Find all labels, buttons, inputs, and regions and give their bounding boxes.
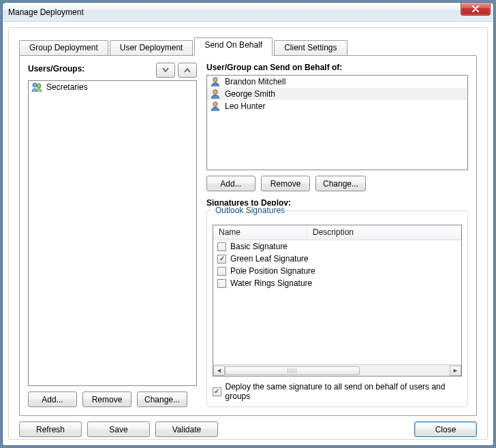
list-item-label: Secretaries bbox=[46, 82, 88, 92]
sob-button-row: Add... Remove Change... bbox=[206, 176, 468, 191]
sob-title: User/Group can Send on Behalf of: bbox=[206, 63, 468, 72]
list-item[interactable]: George Smith bbox=[207, 88, 467, 100]
button-label: Change... bbox=[323, 179, 358, 189]
horizontal-scrollbar[interactable]: ◄ ► bbox=[213, 364, 461, 376]
sob-add-button[interactable]: Add... bbox=[206, 176, 255, 191]
svg-point-4 bbox=[213, 102, 217, 106]
refresh-button[interactable]: Refresh bbox=[19, 421, 82, 437]
button-label: Change... bbox=[144, 395, 180, 404]
tab-strip: Group Deployment User Deployment Send On… bbox=[19, 37, 477, 55]
column-description[interactable]: Description bbox=[307, 225, 461, 240]
deploy-same-label: Deploy the same signature to all send on… bbox=[226, 382, 462, 401]
close-icon bbox=[471, 5, 480, 12]
tab-send-on-behalf[interactable]: Send On Behalf bbox=[194, 37, 273, 55]
button-label: Remove bbox=[270, 179, 301, 189]
left-header: Users/Groups: bbox=[28, 63, 197, 78]
scroll-right-button[interactable]: ► bbox=[450, 366, 461, 376]
users-groups-list[interactable]: Secretaries bbox=[28, 80, 197, 386]
row-checkbox[interactable] bbox=[217, 242, 226, 251]
close-button[interactable]: Close bbox=[414, 421, 477, 437]
row-checkbox[interactable] bbox=[217, 255, 226, 263]
scroll-thumb[interactable] bbox=[225, 366, 360, 375]
list-item-label: George Smith bbox=[225, 89, 275, 99]
outlook-signatures-group: Outlook Signatures Name Description Basi… bbox=[206, 210, 468, 407]
left-button-row: Add... Remove Change... bbox=[28, 391, 197, 407]
deploy-same-row: Deploy the same signature to all send on… bbox=[213, 382, 462, 401]
table-body[interactable]: Basic SignatureGreen Leaf SignaturePole … bbox=[213, 240, 461, 364]
save-button[interactable]: Save bbox=[87, 421, 150, 437]
window: Manage Deployment Group Deployment User … bbox=[2, 2, 494, 446]
bottom-bar: Refresh Save Validate Close bbox=[19, 421, 477, 437]
row-checkbox[interactable] bbox=[217, 279, 226, 288]
row-checkbox[interactable] bbox=[217, 267, 226, 276]
tab-page: Users/Groups: Secretaries Add... Remove … bbox=[19, 55, 477, 416]
button-label: Refresh bbox=[36, 425, 65, 434]
move-up-button[interactable] bbox=[178, 63, 197, 78]
chevron-down-icon bbox=[162, 67, 169, 73]
list-item[interactable]: Brandon Mitchell bbox=[207, 76, 467, 88]
chevron-up-icon bbox=[184, 67, 191, 73]
left-column: Users/Groups: Secretaries Add... Remove … bbox=[28, 63, 197, 407]
user-icon bbox=[210, 101, 221, 112]
svg-point-2 bbox=[213, 78, 217, 82]
signatures-table: Name Description Basic SignatureGreen Le… bbox=[213, 225, 462, 377]
left-add-button[interactable]: Add... bbox=[28, 391, 77, 407]
list-item[interactable]: Secretaries bbox=[29, 81, 196, 93]
sob-change-button[interactable]: Change... bbox=[315, 176, 366, 191]
send-on-behalf-list[interactable]: Brandon MitchellGeorge SmithLeo Hunter bbox=[206, 75, 468, 170]
svg-point-0 bbox=[33, 83, 37, 87]
button-label: Save bbox=[109, 425, 127, 434]
reorder-buttons bbox=[156, 63, 197, 78]
tab-group-deployment[interactable]: Group Deployment bbox=[19, 40, 108, 56]
table-row[interactable]: Water Rings Signature bbox=[213, 277, 461, 289]
row-name: Green Leaf Signature bbox=[230, 254, 309, 263]
tab-client-settings[interactable]: Client Settings bbox=[274, 40, 347, 56]
svg-point-3 bbox=[213, 90, 217, 94]
tab-label: User Deployment bbox=[120, 43, 183, 52]
validate-button[interactable]: Validate bbox=[155, 421, 218, 437]
row-name: Basic Signature bbox=[230, 242, 288, 251]
table-row[interactable]: Basic Signature bbox=[213, 240, 461, 253]
button-label: Add... bbox=[42, 395, 63, 404]
row-name: Water Rings Signature bbox=[230, 278, 312, 288]
row-name: Pole Position Signature bbox=[230, 266, 315, 276]
window-title: Manage Deployment bbox=[8, 7, 84, 17]
tab-label: Client Settings bbox=[284, 43, 337, 52]
right-column: User/Group can Send on Behalf of: Brando… bbox=[206, 63, 468, 407]
group-icon bbox=[31, 82, 42, 93]
move-down-button[interactable] bbox=[156, 63, 175, 78]
groupbox-legend: Outlook Signatures bbox=[213, 206, 288, 215]
button-label: Close bbox=[435, 425, 456, 434]
tab-label: Group Deployment bbox=[29, 43, 98, 52]
list-item[interactable]: Leo Hunter bbox=[207, 100, 467, 112]
svg-point-1 bbox=[37, 84, 41, 88]
list-item-label: Leo Hunter bbox=[225, 101, 265, 111]
scroll-track[interactable] bbox=[225, 366, 450, 376]
tab-user-deployment[interactable]: User Deployment bbox=[110, 40, 193, 56]
titlebar: Manage Deployment bbox=[3, 3, 493, 22]
table-row[interactable]: Pole Position Signature bbox=[213, 265, 461, 277]
table-row[interactable]: Green Leaf Signature bbox=[213, 253, 461, 265]
left-change-button[interactable]: Change... bbox=[137, 391, 187, 407]
columns: Users/Groups: Secretaries Add... Remove … bbox=[28, 63, 468, 407]
table-header: Name Description bbox=[213, 225, 461, 240]
tab-label: Send On Behalf bbox=[204, 40, 262, 50]
button-label: Validate bbox=[172, 425, 201, 434]
column-name[interactable]: Name bbox=[213, 225, 307, 240]
left-remove-button[interactable]: Remove bbox=[82, 391, 131, 407]
sob-remove-button[interactable]: Remove bbox=[261, 176, 310, 191]
scroll-grip-icon bbox=[288, 368, 297, 373]
scroll-left-button[interactable]: ◄ bbox=[213, 366, 225, 376]
close-window-button[interactable] bbox=[461, 3, 491, 16]
list-item-label: Brandon Mitchell bbox=[225, 77, 285, 86]
client-area: Group Deployment User Deployment Send On… bbox=[8, 27, 488, 440]
user-icon bbox=[210, 89, 221, 99]
button-label: Remove bbox=[92, 395, 123, 404]
user-icon bbox=[210, 76, 221, 87]
button-label: Add... bbox=[220, 179, 241, 189]
users-groups-label: Users/Groups: bbox=[28, 64, 84, 74]
deploy-same-checkbox[interactable] bbox=[213, 387, 221, 396]
